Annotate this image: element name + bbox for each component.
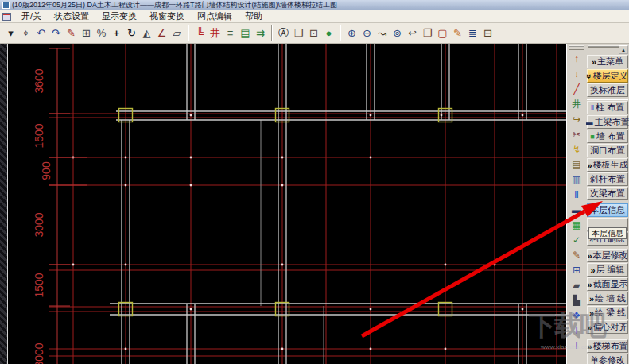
clip-pad-icon[interactable]: ▤ [570,158,584,171]
menu-item-main-menu[interactable]: »主菜单 [587,55,628,68]
node-snap-icon[interactable]: % [94,25,109,41]
menu-item-draw-beam-line[interactable]: »绘 梁 线 [587,306,628,319]
move-up-icon[interactable]: ↑ [570,52,584,65]
menu-item-slab-generate[interactable]: »楼板生成 [587,158,628,172]
menu-item-wall-layout[interactable]: ■墙 布置 [587,130,628,143]
menu-display-transform[interactable]: 显示变换 [95,10,143,22]
node-dot [522,308,524,311]
menu-node-edit[interactable]: 网点编辑 [191,10,239,22]
grid-table-icon[interactable]: ⊞ [570,264,584,277]
copy-clip-icon[interactable]: ❐ [420,25,435,41]
cart-icon[interactable]: ▙ [570,294,584,307]
redo-icon[interactable]: ↷ [49,25,64,41]
axis-grid-icon[interactable]: 井 [208,25,223,41]
menu-item-stair-layout[interactable]: »楼梯布置 [587,339,628,353]
menu-item-floor-define[interactable]: »楼层定义 [587,69,628,83]
column-i-icon[interactable]: Ⅱ [570,188,584,201]
mirror-icon[interactable]: ◭ [139,25,154,41]
cube-view-icon[interactable]: ❒ [291,25,306,41]
floor-info-tooltip: 本层信息 [588,227,627,239]
menu-item-floor-modify[interactable]: »本层修改 [587,249,628,262]
full-window-icon[interactable]: ▢ [435,25,450,41]
flash-a-icon[interactable]: ↯ [570,143,584,156]
pace-arrows-icon[interactable]: ⇉ [253,25,268,41]
menu-item-sec-beam-layout[interactable]: 次梁布置 [587,187,628,200]
menu-item-label: 截面显示 [593,278,628,290]
dark-folder-icon[interactable]: ▰ [570,279,584,292]
draw-slash-icon[interactable]: ╱ [570,83,584,95]
form-check-icon[interactable]: ⊟ [480,25,495,41]
menu-item-single-param-modify[interactable]: 单参修改 [587,354,628,364]
stretch-icon[interactable]: ∠ [154,25,169,41]
move-icon[interactable]: + [109,25,124,41]
cut-icon[interactable]: ✂ [570,128,584,141]
menu-viewport-transform[interactable]: 视窗变换 [143,10,191,22]
zoom-in-icon[interactable]: ⊕ [344,25,359,41]
menu-item-section-display[interactable]: »截面显示 [587,277,628,291]
render-ball-icon[interactable]: ● [321,25,336,41]
menu-item-draw-wall-line[interactable]: »绘 墙 线 [587,292,628,305]
main-area: 36001500900300015003000 ↑↓╱井↪✂↯▤▥Ⅱ▬▦✓✎⊞▰… [0,44,629,364]
move-down-icon[interactable]: ↓ [570,68,584,80]
menu-item-label: 主梁布置 [595,116,629,128]
layer-map-icon[interactable]: ▤ [238,25,253,41]
rotate-icon[interactable]: ↻ [124,25,139,41]
pan-view-icon[interactable]: ↝ [375,25,390,41]
i-section2-icon[interactable]: Ⅰ [570,339,584,352]
menu-item-change-std-floor[interactable]: 换标准层 [587,83,628,97]
menu-item-label: 墙 布置 [596,130,625,142]
dimension-label: 1500 [33,123,45,148]
blue-mark-icon[interactable]: ❖ [570,309,584,322]
menu-item-main-beam-layout[interactable]: ▬主梁布置 [587,115,628,129]
menu-item-brace-layout[interactable]: 斜杆布置 [587,172,628,186]
menu-help[interactable]: 帮助 [239,10,269,22]
stair-step-icon[interactable]: ╚ [192,25,208,41]
menu-status-settings[interactable]: 状态设置 [48,10,95,22]
cube-wire-icon[interactable]: ⊡ [306,25,321,41]
toolbar-separator [340,25,341,41]
node-dot [370,348,372,350]
node-dot [281,348,284,350]
menu-item-layer-edit[interactable]: »层 编辑 [587,263,628,277]
menu-item-column-layout[interactable]: Ⅱ柱 布置 [587,101,628,114]
wall-hatch-icon[interactable]: ▦ [570,219,584,231]
chevron-right-icon: » [592,57,596,67]
style-caret-icon[interactable]: ▾ [3,25,18,41]
i-section-icon[interactable]: Ⅰ [570,324,584,337]
send-out-icon[interactable]: ↪ [570,113,584,126]
app-icon [2,2,10,9]
beam-bar-icon[interactable]: ▬ [570,203,584,216]
zoom-out-icon[interactable]: ⊖ [359,25,375,41]
menu-item-opening-layout[interactable]: 洞口布置 [587,144,628,157]
edit-pen-icon[interactable]: ✎ [64,25,79,41]
data-list-icon[interactable]: ≣ [465,25,480,41]
compass-icon[interactable]: Ⓐ [276,25,291,41]
menu-toggle[interactable]: 开/关 [15,10,48,22]
toolbar: ▾⌖↶↷✎⊞%+↻◭∠▱╚井≡▤⇉Ⓐ❒⊡●⊕⊖↝⊚↩❐▢✎≣⊟ [0,23,629,44]
edit-sheet-icon[interactable]: ✎ [450,25,465,41]
menu-item-label: 偏心对齐 [593,321,628,333]
menu-item-label: 楼层定义 [593,70,628,82]
axes-net-icon[interactable]: 井 [570,98,584,110]
drawing-canvas[interactable]: 36001500900300015003000 [8,44,566,364]
cad-drawing: 36001500900300015003000 [8,44,566,364]
menu-item-label: 绘 墙 线 [595,292,626,304]
node-dot [125,157,127,159]
node-dot [281,184,284,187]
fill-section-icon[interactable]: ≡ [223,25,238,41]
menu-item-label: 本层修改 [593,250,628,261]
zoom-extent-icon[interactable]: ⊚ [390,25,405,41]
confirm-check-icon[interactable]: ✓ [570,234,584,246]
polygon-icon[interactable]: ▱ [169,25,184,41]
node-target-icon[interactable]: ⌖ [18,25,33,41]
scroll-up-button[interactable]: ▲ [619,45,628,54]
zoom-prev-icon[interactable]: ↩ [405,25,420,41]
menu-item-floor-info[interactable]: 本层信息 [587,203,628,217]
pencil-icon[interactable]: ✎ [570,249,584,261]
menu-item-offset-align[interactable]: »偏心对齐 [587,320,628,334]
icon-column-grip[interactable] [569,45,584,50]
array-grid-icon[interactable]: ⊞ [79,25,94,41]
wall-icon: ■ [590,133,594,141]
undo-icon[interactable]: ↶ [33,25,49,41]
note-book-icon[interactable]: ▥ [570,173,584,186]
